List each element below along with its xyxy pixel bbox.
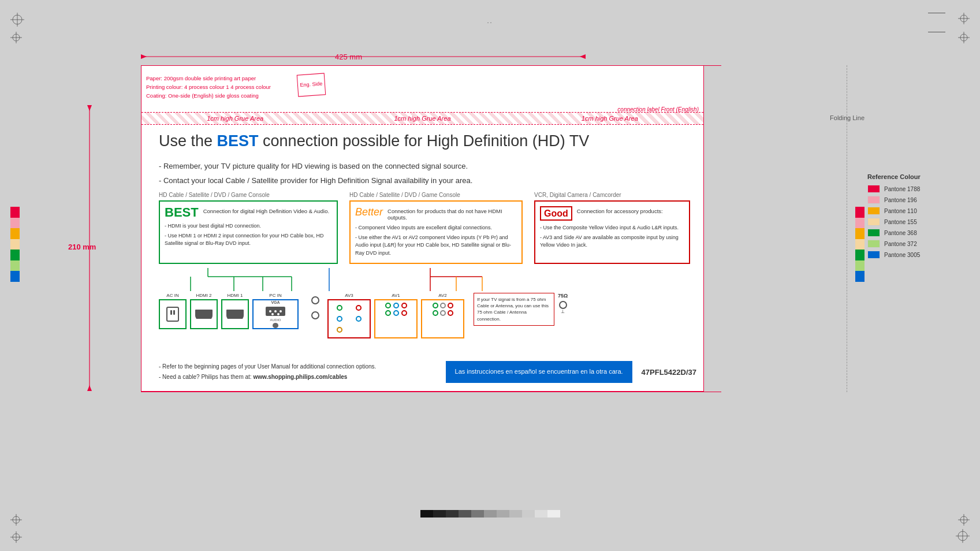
- better-label: Better: [355, 206, 383, 219]
- reg-mark-bl2: [10, 531, 22, 545]
- colour-row-6: Pantone 3005: [867, 251, 963, 259]
- colour-name-5: Pantone 372: [884, 241, 917, 247]
- conn-box-better: HD Cable / Satellite / DVD / Game Consol…: [349, 192, 523, 264]
- colour-row-0: Pantone 1788: [867, 185, 963, 193]
- port-side-av: [307, 293, 324, 323]
- dots-top: ..: [487, 17, 493, 24]
- conn-cat-best: HD Cable / Satellite / DVD / Game Consol…: [159, 192, 338, 198]
- colour-row-1: Pantone 196: [867, 196, 963, 204]
- conn-desc-better: Connection for products that do not have…: [387, 208, 517, 221]
- reg-mark-br2: [956, 529, 970, 545]
- svg-rect-42: [167, 307, 178, 321]
- svg-point-54: [277, 313, 280, 315]
- reg-mark-br: [958, 514, 970, 528]
- grue-label-3: 1cm high Grue Area: [582, 115, 638, 122]
- bar-r-6: [855, 271, 865, 282]
- gs-7: [509, 510, 522, 518]
- red-top-line: [141, 65, 721, 66]
- colour-row-4: Pantone 368: [867, 229, 963, 237]
- colour-list: Pantone 1788 Pantone 196 Pantone 110 Pan…: [867, 185, 963, 259]
- folding-line-label: Folding Line: [830, 114, 865, 121]
- tr-line-2: [928, 32, 945, 32]
- port-ac-in: AC IN: [159, 293, 187, 329]
- gs-0: [420, 510, 433, 518]
- best-word: BEST: [217, 132, 259, 150]
- port-hdmi1: HDMI 1: [221, 293, 249, 329]
- colour-name-1: Pantone 196: [884, 197, 917, 203]
- ports-row: AC IN HDMI 2 HDMI 1 PC: [159, 293, 568, 338]
- footer-text: - Refer to the beginning pages of your U…: [159, 362, 437, 382]
- color-bars-left: [10, 207, 20, 282]
- connector-tree-svg: [159, 265, 580, 294]
- conn-box-good: VCR, Digital Camera / Camcorder Good Con…: [534, 192, 690, 264]
- svg-point-53: [271, 313, 274, 315]
- svg-rect-43: [170, 310, 172, 315]
- swatch-6: [867, 251, 880, 259]
- port-pc-label: PC IN: [269, 293, 281, 298]
- conn-points-better: - Component Video Inputs are excellent d…: [355, 224, 517, 257]
- eng-side-box: Eng. Side: [297, 73, 326, 96]
- gs-5: [484, 510, 497, 518]
- conn-box-best: HD Cable / Satellite / DVD / Game Consol…: [159, 192, 338, 264]
- colour-name-0: Pantone 1788: [884, 186, 920, 192]
- svg-rect-47: [226, 310, 244, 317]
- svg-point-50: [269, 310, 271, 312]
- svg-marker-29: [87, 385, 92, 391]
- port-hdmi2: HDMI 2: [190, 293, 218, 329]
- svg-marker-28: [87, 105, 92, 111]
- bar-r-0: [855, 207, 865, 218]
- bar-r-3: [855, 239, 865, 250]
- conn-desc-best: Connection for digital High Definition V…: [203, 208, 329, 214]
- bar-r-5: [855, 260, 865, 271]
- main-heading: Use the BEST connection possible for Hig…: [159, 132, 686, 150]
- bar-r-2: [855, 228, 865, 239]
- printing-info: Printing colour: 4 process colour 1 4 pr…: [146, 83, 271, 91]
- bar-r-1: [855, 218, 865, 229]
- conn-desc-good: Connection for accessory products:: [577, 208, 663, 214]
- svg-point-51: [274, 310, 277, 312]
- gs-10: [547, 510, 560, 518]
- antenna-symbol: 75Ω ⊥: [558, 293, 568, 314]
- gs-9: [535, 510, 547, 518]
- antenna-note: If your TV signal is from a 75 ohm Cable…: [474, 293, 554, 326]
- bar-l-0: [10, 207, 20, 218]
- reg-mark-tr: [958, 13, 970, 27]
- dim-210-label: 210 mm: [68, 243, 96, 251]
- svg-marker-26: [580, 54, 586, 59]
- footer-line2: - Need a cable? Philips has them at: www…: [159, 372, 437, 382]
- colour-row-2: Pantone 110: [867, 207, 963, 215]
- swatch-2: [867, 207, 880, 215]
- port-av1: AV1: [374, 293, 418, 338]
- bullet-2: - Contact your local Cable / Satellite p…: [159, 174, 686, 188]
- good-label: Good: [540, 206, 572, 221]
- coating-info: Coating: One-side (English) side gloss c…: [146, 91, 271, 100]
- reg-mark-tl: [10, 13, 24, 29]
- footer-line1: - Refer to the beginning pages of your U…: [159, 362, 437, 372]
- conn-cat-better: HD Cable / Satellite / DVD / Game Consol…: [349, 192, 523, 198]
- dimension-line-top: [141, 51, 586, 62]
- red-left-line: [141, 65, 141, 392]
- swatch-0: [867, 185, 880, 193]
- port-hdmi2-label: HDMI 2: [196, 293, 211, 298]
- gs-3: [459, 510, 471, 518]
- model-number: 47PFL5422D/37: [642, 368, 696, 377]
- bar-l-5: [10, 260, 20, 271]
- colour-name-3: Pantone 155: [884, 219, 917, 225]
- bar-l-4: [10, 250, 20, 260]
- conn-points-good: - Use the Composite Yellow Video input &…: [540, 224, 684, 250]
- colour-row-3: Pantone 155: [867, 218, 963, 226]
- spanish-box: Las instrucciones en español se encuentr…: [446, 361, 632, 383]
- svg-marker-46: [195, 317, 213, 319]
- gs-2: [446, 510, 459, 518]
- sub-text: - Remember, your TV picture quality for …: [159, 159, 686, 188]
- reference-colour-panel: Reference Colour Pantone 1788 Pantone 19…: [867, 173, 963, 259]
- conn-points-best: - HDMI is your best digital HD connectio…: [165, 222, 332, 248]
- footer: - Refer to the beginning pages of your U…: [159, 361, 696, 383]
- port-av3: AV3: [327, 293, 371, 338]
- port-av2-label: AV2: [438, 293, 447, 298]
- swatch-5: [867, 240, 880, 248]
- paper-info: Paper: 200gsm double side printing art p…: [146, 74, 271, 83]
- grue-area-stripe: 1cm high Grue Area 1cm high Grue Area 1c…: [141, 112, 703, 125]
- tr-line-1: [928, 13, 945, 13]
- svg-marker-48: [226, 317, 244, 319]
